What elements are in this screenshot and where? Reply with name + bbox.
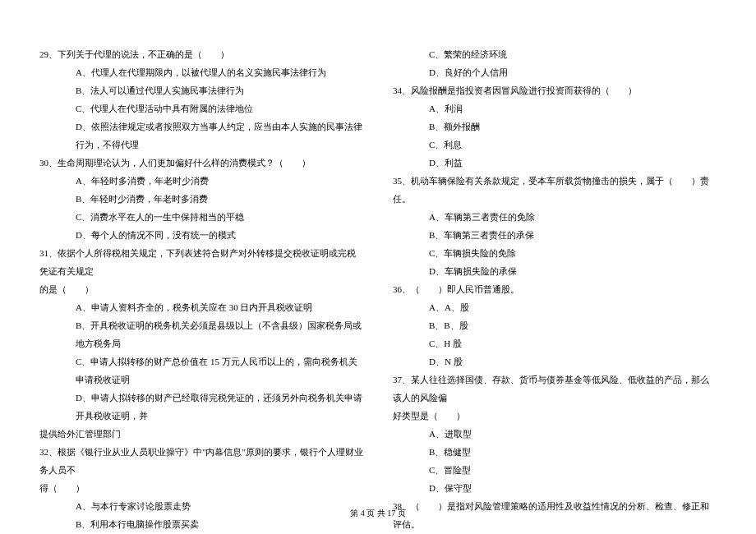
q31-option-d-line1: D、申请人拟转移的财产已经取得完税凭证的，还须另外向税务机关申请开具税收证明，并: [39, 389, 363, 425]
q29-option-b: B、法人可以通过代理人实施民事法律行为: [39, 81, 363, 99]
q35-option-c: C、车辆损失险的免除: [393, 244, 717, 262]
q37-option-a: A、进取型: [393, 425, 717, 443]
right-column: C、繁荣的经济环境 D、良好的个人信用 34、风险报酬是指投资者因冒风险进行投资…: [393, 45, 717, 534]
q34-stem: 34、风险报酬是指投资者因冒风险进行投资而获得的（ ）: [393, 81, 717, 99]
q33-option-c: C、繁荣的经济环境: [393, 45, 717, 63]
page-footer: 第 4 页 共 17 页: [0, 508, 756, 519]
q32-stem-line2: 得（ ）: [39, 479, 363, 497]
q29-stem: 29、下列关于代理的说法，不正确的是（ ）: [39, 45, 363, 63]
q34-option-b: B、额外报酬: [393, 117, 717, 136]
q31-stem-line2: 的是（ ）: [39, 280, 363, 298]
q37-option-c: C、冒险型: [393, 461, 717, 479]
q35-option-d: D、车辆损失险的承保: [393, 262, 717, 280]
q32-stem-line1: 32、根据《银行业从业人员职业操守》中"内幕信息"原则的要求，银行个人理财业务人…: [39, 443, 363, 479]
q35-option-a: A、车辆第三者责任的免除: [393, 208, 717, 226]
q31-option-d-line2: 提供给外汇管理部门: [39, 425, 363, 443]
q37-stem-line2: 好类型是（ ）: [393, 407, 717, 425]
q36-option-a: A、A、股: [393, 298, 717, 316]
q37-option-b: B、稳健型: [393, 443, 717, 461]
q30-option-d: D、每个人的情况不同，没有统一的模式: [39, 226, 363, 244]
q34-option-c: C、利息: [393, 136, 717, 154]
q34-option-a: A、利润: [393, 99, 717, 117]
q33-option-d: D、良好的个人信用: [393, 63, 717, 81]
q30-option-b: B、年轻时少消费，年老时多消费: [39, 190, 363, 208]
q31-option-a: A、申请人资料齐全的，税务机关应在 30 日内开具税收证明: [39, 298, 363, 316]
q31-option-c: C、申请人拟转移的财产总价值在 15 万元人民币以上的，需向税务机关申请税收证明: [39, 352, 363, 389]
q30-option-c: C、消费水平在人的一生中保持相当的平稳: [39, 208, 363, 226]
q36-option-d: D、N 股: [393, 352, 717, 371]
q29-option-a: A、代理人在代理期限内，以被代理人的名义实施民事法律行为: [39, 63, 363, 81]
q37-option-d: D、保守型: [393, 479, 717, 497]
q37-stem-line1: 37、某人往往选择国债、存款、货币与债券基金等低风险、低收益的产品，那么该人的风…: [393, 371, 717, 407]
q31-stem-line1: 31、依据个人所得税相关规定，下列表述符合财产对外转移提交税收证明或完税凭证有关…: [39, 244, 363, 280]
q30-option-a: A、年轻时多消费，年老时少消费: [39, 172, 363, 190]
q36-option-b: B、B、股: [393, 316, 717, 334]
q36-stem: 36、（ ）即人民币普通股。: [393, 280, 717, 298]
q31-option-b: B、开具税收证明的税务机关必须是县级以上（不含县级）国家税务局或地方税务局: [39, 316, 363, 352]
q34-option-d: D、利益: [393, 154, 717, 172]
q36-option-c: C、H 股: [393, 334, 717, 352]
exam-content: 29、下列关于代理的说法，不正确的是（ ） A、代理人在代理期限内，以被代理人的…: [39, 45, 717, 534]
q29-option-d: D、依照法律规定或者按照双方当事人约定，应当由本人实施的民事法律行为，不得代理: [39, 117, 363, 154]
q35-stem: 35、机动车辆保险有关条款规定，受本车所载货物撞击的损失，属于（ ）责任。: [393, 172, 717, 208]
left-column: 29、下列关于代理的说法，不正确的是（ ） A、代理人在代理期限内，以被代理人的…: [39, 45, 363, 534]
q35-option-b: B、车辆第三者责任的承保: [393, 226, 717, 244]
q29-option-c: C、代理人在代理活动中具有附属的法律地位: [39, 99, 363, 117]
q30-stem: 30、生命周期理论认为，人们更加偏好什么样的消费模式？（ ）: [39, 154, 363, 172]
